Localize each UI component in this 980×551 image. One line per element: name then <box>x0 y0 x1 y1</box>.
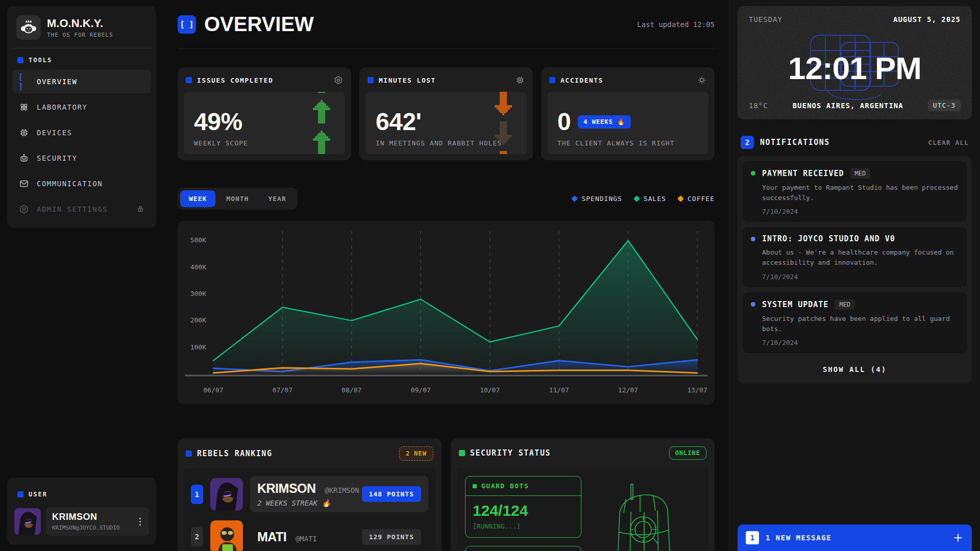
svg-text:300K: 300K <box>190 290 206 297</box>
notifications-header: 2 NOTIFICATIONS CLEAR ALL <box>738 136 972 149</box>
rank-name: KRIMSON <box>257 481 316 495</box>
show-all-button[interactable]: SHOW ALL (4) <box>743 358 967 379</box>
status-dot-icon <box>751 237 755 241</box>
user-card: USER KRIMSON KRIMSON@JOYCO.STUDIO <box>7 478 156 545</box>
user-menu-kebab-icon[interactable] <box>137 516 143 528</box>
priority-badge: MED <box>835 299 855 310</box>
ranking-row-2[interactable]: 2 MATI <box>191 520 428 551</box>
brand-tagline: THE OS FOR REBELS <box>47 32 113 38</box>
section-marker-icon <box>459 450 465 456</box>
section-marker-icon <box>17 491 23 497</box>
sidebar-item-devices[interactable]: DEVICES <box>12 121 151 144</box>
diamond-icon <box>572 195 578 202</box>
hex-nut-settings-icon[interactable] <box>334 76 343 85</box>
rank-handle: @MATI <box>296 535 317 543</box>
security-status-card: SECURITY STATUS ONLINE GUARD BOTS 124/12… <box>451 438 715 551</box>
sidebar-item-label: SECURITY <box>37 154 77 162</box>
sidebar-item-label: OVERVIEW <box>37 78 77 86</box>
online-badge: ONLINE <box>669 446 706 460</box>
security-title: SECURITY STATUS <box>470 448 551 458</box>
rebels-ranking-card: REBELS RANKING 2 NEW 1 <box>178 438 442 551</box>
svg-text:06/07: 06/07 <box>203 386 223 394</box>
sidebar-item-label: ADMIN SETTINGS <box>37 205 108 213</box>
chip-settings-icon[interactable] <box>516 76 525 85</box>
svg-text:12/07: 12/07 <box>618 386 638 394</box>
tab-year[interactable]: YEAR <box>259 190 295 207</box>
clock-utc-badge: UTC-3 <box>928 99 961 111</box>
sidebar-item-security[interactable]: SECURITY <box>12 146 151 170</box>
clear-all-button[interactable]: CLEAR ALL <box>928 139 969 146</box>
ranking-title: REBELS RANKING <box>197 449 272 458</box>
section-marker-icon <box>17 57 23 63</box>
tab-week[interactable]: WEEK <box>180 190 215 207</box>
message-label: 1 NEW MESSAGE <box>766 534 831 542</box>
stat-title: ACCIDENTS <box>560 77 603 84</box>
sidebar-item-laboratory[interactable]: LABORATORY <box>12 95 151 119</box>
svg-text:09/07: 09/07 <box>411 386 431 394</box>
user-info-panel[interactable]: KRIMSON KRIMSON@JOYCO.STUDIO <box>46 507 149 536</box>
clock-temperature: 18°C <box>749 102 768 110</box>
notification-date: 7/10/2024 <box>762 208 959 215</box>
stat-card-issues-completed: ISSUES COMPLETED 49% WEEKLY SCOPE <box>178 67 351 160</box>
notification-date: 7/10/2024 <box>762 273 959 281</box>
clock-time: 12:01 PM <box>738 50 972 86</box>
sidebar-item-overview[interactable]: [ ] OVERVIEW <box>12 70 151 93</box>
trend-down-arrows-icon <box>493 92 513 154</box>
clock-day: TUESDAY <box>749 15 782 23</box>
clock-date: AUGUST 5, 2025 <box>893 15 961 23</box>
status-dot-icon <box>751 171 755 176</box>
section-marker-icon <box>368 77 374 83</box>
svg-text:11/07: 11/07 <box>549 386 569 394</box>
svg-text:100K: 100K <box>190 343 206 351</box>
sidebar: M.O.N.K.Y. THE OS FOR REBELS TOOLS [ ] O… <box>0 0 163 551</box>
status-dot-icon <box>751 302 755 307</box>
brackets-icon: [ ] <box>18 72 30 91</box>
user-avatar <box>14 508 41 535</box>
notification-payment-received[interactable]: PAYMENT RECEIVED MED Your payment to Ram… <box>743 161 967 222</box>
section-marker-icon <box>186 450 192 457</box>
mail-icon <box>18 179 30 189</box>
legend-coffee[interactable]: COFFEE <box>678 195 715 203</box>
chip-icon <box>18 128 30 138</box>
notification-body: Security patches have been applied to al… <box>762 314 959 334</box>
module-name: GUARD BOTS <box>481 482 529 490</box>
user-email: KRIMSON@JOYCO.STUDIO <box>52 524 119 531</box>
svg-text:200K: 200K <box>190 316 206 324</box>
page-title: OVERVIEW <box>204 13 314 36</box>
notification-title: SYSTEM UPDATE <box>762 300 828 309</box>
stat-caption: THE CLIENT ALWAYS IS RIGHT <box>557 139 698 147</box>
stat-value: 0 4 WEEKS 🔥 <box>557 110 698 134</box>
message-count-badge: 1 <box>746 531 759 544</box>
notification-system-update[interactable]: SYSTEM UPDATE MED Security patches have … <box>743 292 967 353</box>
firewall-module: FIREWALL <box>465 546 581 551</box>
svg-text:10/07: 10/07 <box>480 386 500 394</box>
robot-icon <box>18 153 30 163</box>
notification-body: Your payment to Rampant Studio has been … <box>762 183 959 203</box>
sidebar-item-communication[interactable]: COMMUNICATION <box>12 172 151 195</box>
new-message-bar[interactable]: 1 1 NEW MESSAGE <box>738 524 972 551</box>
hex-nut-icon <box>18 204 30 214</box>
ranking-row-1[interactable]: 1 KRIMSON <box>191 476 428 512</box>
priority-badge: MED <box>850 168 871 179</box>
main-content: [ ] OVERVIEW Last updated 12:05 ISSUES C… <box>163 0 729 551</box>
legend-spendings[interactable]: SPENDINGS <box>572 195 622 203</box>
clock-card: TUESDAY AUGUST 5, 2025 12:01 PM 18°C BUE… <box>738 6 972 119</box>
notification-body: About us - We're a healthcare company fo… <box>762 247 959 268</box>
rank-handle: @KRIMSON <box>325 486 359 494</box>
tab-month[interactable]: MONTH <box>217 190 257 207</box>
cog-settings-icon[interactable] <box>697 76 706 85</box>
overview-area-chart: 100K200K300K400K500K06/0707/0708/0709/07… <box>182 225 710 398</box>
chart-legend: SPENDINGS SALES COFFEE <box>572 195 715 203</box>
section-marker-icon <box>186 77 192 83</box>
sidebar-item-admin-settings[interactable]: ADMIN SETTINGS <box>12 197 151 221</box>
guard-bots-module: GUARD BOTS 124/124 [RUNNING...] <box>465 476 581 538</box>
legend-sales[interactable]: SALES <box>634 195 666 203</box>
notification-date: 7/10/2024 <box>762 339 959 346</box>
brand-name: M.O.N.K.Y. <box>47 17 113 30</box>
page-brackets-icon: [ ] <box>178 15 196 34</box>
notification-intro-joyco[interactable]: INTRO: JOYCO STUDIO AND V0 About us - We… <box>743 227 967 287</box>
trend-up-arrows-icon <box>311 92 332 154</box>
plus-icon[interactable] <box>952 532 964 543</box>
rank-number: 1 <box>191 485 203 504</box>
ranking-new-badge: 2 NEW <box>399 446 433 461</box>
